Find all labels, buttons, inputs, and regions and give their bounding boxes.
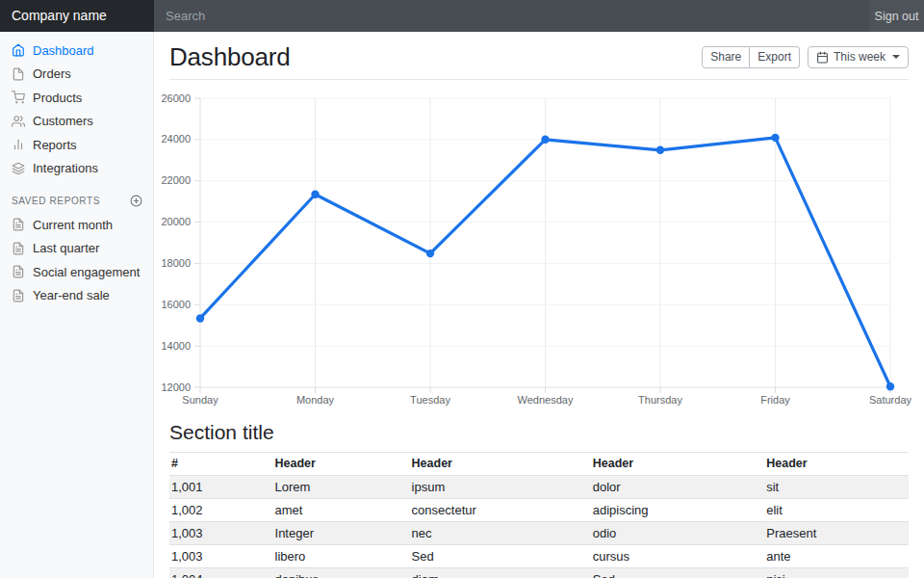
plus-circle-icon[interactable]: [130, 195, 142, 207]
table-header-cell: Header: [410, 453, 591, 476]
data-table: #HeaderHeaderHeaderHeader 1,001Loremipsu…: [169, 452, 909, 578]
sidebar-item-label: Customers: [33, 114, 93, 128]
saved-report-label: Year-end sale: [33, 288, 110, 302]
y-tick-label: 18000: [161, 257, 191, 269]
sidebar-item-products[interactable]: Products: [0, 86, 154, 110]
table-header-cell: Header: [591, 453, 764, 476]
sidebar-item-customers[interactable]: Customers: [0, 110, 154, 134]
table-cell: nisi: [764, 568, 909, 578]
y-tick-label: 12000: [161, 381, 191, 393]
table-row: 1,003liberoSedcursusante: [169, 545, 909, 568]
saved-reports-list: Current monthLast quarterSocial engageme…: [0, 213, 154, 307]
sign-out-button[interactable]: Sign out: [869, 0, 924, 32]
saved-report-current-month[interactable]: Current month: [0, 213, 154, 237]
table-cell: 1,003: [169, 545, 273, 568]
y-tick-label: 20000: [161, 216, 191, 227]
sidebar-nav: DashboardOrdersProductsCustomersReportsI…: [0, 39, 154, 180]
chart-point: [426, 250, 434, 257]
table-cell: ante: [764, 545, 909, 568]
file-text-icon: [12, 289, 25, 302]
share-button[interactable]: Share: [702, 46, 750, 67]
table-cell: 1,001: [169, 476, 273, 499]
chart-point: [771, 134, 779, 142]
table-cell: adipiscing: [591, 499, 764, 522]
sidebar-item-label: Products: [33, 91, 82, 105]
y-tick-label: 14000: [161, 340, 191, 352]
table-cell: odio: [591, 522, 764, 545]
sidebar-item-orders[interactable]: Orders: [0, 63, 154, 87]
table-cell: 1,002: [169, 499, 273, 522]
table-cell: Integer: [273, 522, 410, 545]
page-header: Dashboard Share Export This week: [169, 32, 909, 80]
saved-report-label: Last quarter: [33, 241, 99, 255]
table-row: 1,002ametconsecteturadipiscingelit: [169, 499, 909, 522]
toolbar: Share Export This week: [702, 46, 909, 67]
chart-point: [541, 136, 549, 144]
table-cell: ipsum: [410, 476, 591, 499]
table-cell: libero: [273, 545, 410, 568]
saved-report-year-end-sale[interactable]: Year-end sale: [0, 284, 154, 308]
section-title: Section title: [169, 421, 909, 444]
x-tick-label: Sunday: [182, 394, 218, 406]
table-cell: amet: [273, 499, 410, 522]
table-cell: diam: [410, 568, 591, 578]
table-cell: Praesent: [764, 522, 909, 545]
saved-report-last-quarter[interactable]: Last quarter: [0, 237, 154, 261]
search-input[interactable]: [154, 0, 869, 32]
table-cell: sit: [764, 476, 909, 499]
table-cell: 1,004: [169, 568, 273, 578]
y-tick-label: 26000: [161, 92, 191, 104]
file-text-icon: [12, 218, 25, 231]
chart-point: [196, 314, 204, 322]
saved-reports-heading: Saved reports: [0, 180, 154, 213]
users-icon: [12, 115, 25, 128]
chart-point: [886, 382, 894, 390]
table-cell: elit: [764, 499, 909, 522]
sidebar-item-integrations[interactable]: Integrations: [0, 157, 154, 181]
x-tick-label: Monday: [296, 394, 335, 406]
table-body: 1,001Loremipsumdolorsit1,002ametconsecte…: [169, 476, 909, 578]
table-cell: Sed: [591, 568, 764, 578]
sidebar-item-label: Integrations: [33, 161, 98, 175]
page-title: Dashboard: [169, 42, 290, 72]
table-header-cell: Header: [764, 453, 909, 476]
brand-link[interactable]: Company name: [0, 0, 154, 32]
period-label: This week: [834, 50, 886, 64]
calendar-icon: [816, 51, 829, 64]
chart-point: [656, 146, 664, 154]
saved-report-label: Social engagement: [33, 265, 140, 279]
table-header-cell: Header: [273, 453, 410, 476]
sidebar-item-reports[interactable]: Reports: [0, 133, 154, 157]
sidebar: DashboardOrdersProductsCustomersReportsI…: [0, 32, 154, 578]
sidebar-item-dashboard[interactable]: Dashboard: [0, 39, 154, 63]
export-button[interactable]: Export: [750, 46, 800, 67]
search-wrap: [154, 0, 869, 32]
x-tick-label: Friday: [760, 394, 790, 406]
shopping-cart-icon: [12, 91, 25, 104]
table-cell: cursus: [591, 545, 764, 568]
file-text-icon: [12, 242, 25, 255]
saved-report-label: Current month: [33, 218, 113, 232]
saved-reports-label: Saved reports: [12, 196, 100, 206]
x-tick-label: Wednesday: [518, 394, 574, 406]
table-head: #HeaderHeaderHeaderHeader: [169, 453, 909, 476]
table-cell: nec: [410, 522, 591, 545]
table-row: 1,004dapibusdiamSednisi: [169, 568, 909, 578]
saved-report-social-engagement[interactable]: Social engagement: [0, 260, 154, 284]
sidebar-item-label: Reports: [33, 138, 77, 152]
chart-point: [311, 191, 319, 198]
home-icon: [12, 43, 25, 57]
table-cell: Lorem: [273, 476, 410, 499]
x-tick-label: Saturday: [869, 394, 912, 406]
table-cell: consectetur: [410, 499, 591, 522]
period-dropdown-button[interactable]: This week: [808, 46, 909, 67]
table-cell: dolor: [591, 476, 764, 499]
weekly-line-chart: 2600024000220002000018000160001400012000…: [169, 88, 909, 407]
y-tick-label: 24000: [161, 133, 191, 144]
x-tick-label: Thursday: [638, 394, 682, 406]
file-text-icon: [12, 265, 25, 278]
layers-icon: [12, 162, 25, 175]
table-row: 1,003IntegernecodioPraesent: [169, 522, 909, 545]
sidebar-item-label: Dashboard: [33, 43, 94, 58]
sidebar-item-label: Orders: [33, 66, 71, 81]
